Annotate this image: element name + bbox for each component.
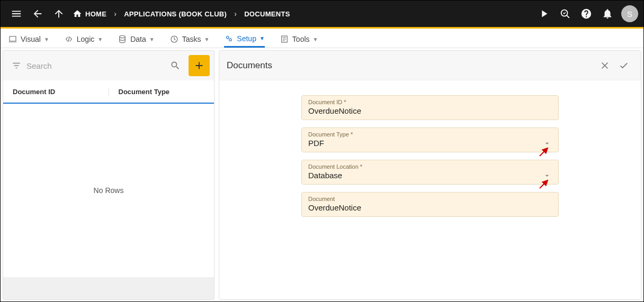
svg-point-3 bbox=[227, 36, 229, 39]
column-document-id[interactable]: Document ID bbox=[3, 88, 109, 96]
chevron-down-icon: ▼ bbox=[44, 36, 49, 42]
chevron-down-icon[interactable] bbox=[542, 139, 552, 148]
search-row bbox=[3, 51, 214, 80]
up-icon[interactable] bbox=[48, 3, 69, 24]
chevron-down-icon: ▼ bbox=[149, 36, 155, 42]
svg-line-7 bbox=[540, 180, 548, 188]
tab-visual-label: Visual bbox=[21, 35, 41, 43]
chevron-right-icon: › bbox=[110, 10, 121, 18]
column-document-type[interactable]: Document Type bbox=[109, 88, 214, 96]
chevron-down-icon: ▼ bbox=[313, 36, 318, 42]
breadcrumb-documents[interactable]: DOCUMENTS bbox=[241, 10, 293, 18]
left-panel: Document ID Document Type No Rows bbox=[3, 50, 214, 300]
field-label: Document Type * bbox=[308, 131, 552, 138]
tab-data-label: Data bbox=[130, 35, 146, 43]
field-value: Database bbox=[308, 171, 552, 180]
panel-title: Documents bbox=[227, 60, 272, 71]
breadcrumb-applications[interactable]: APPLICATIONS (BOOK CLUB) bbox=[121, 10, 230, 18]
tab-setup-label: Setup bbox=[237, 34, 256, 43]
confirm-icon[interactable] bbox=[614, 56, 633, 75]
breadcrumb-home-label: HOME bbox=[85, 10, 106, 18]
avatar[interactable]: S bbox=[621, 5, 638, 22]
chevron-down-icon: ▼ bbox=[204, 36, 209, 42]
tab-tools[interactable]: Tools ▼ bbox=[280, 29, 318, 48]
field-value: OverdueNotice bbox=[308, 203, 552, 212]
menu-icon[interactable] bbox=[6, 3, 27, 24]
main-area: Document ID Document Type No Rows Docume… bbox=[1, 48, 643, 302]
breadcrumb-home[interactable]: HOME bbox=[69, 9, 110, 19]
tab-strip: Visual ▼ Logic ▼ Data ▼ Tasks ▼ Setup ▼ … bbox=[1, 29, 643, 48]
document-table: Document ID Document Type No Rows bbox=[3, 80, 214, 299]
field-label: Document ID * bbox=[308, 99, 552, 105]
tab-tasks-label: Tasks bbox=[182, 35, 201, 43]
tab-visual[interactable]: Visual ▼ bbox=[8, 29, 49, 48]
chevron-down-icon[interactable] bbox=[542, 171, 552, 180]
field-document[interactable]: Document OverdueNotice bbox=[301, 192, 559, 217]
tab-data[interactable]: Data ▼ bbox=[118, 29, 154, 48]
panel-header: Documents bbox=[219, 51, 641, 80]
svg-point-4 bbox=[229, 39, 232, 41]
field-document-id[interactable]: Document ID * OverdueNotice bbox=[301, 95, 559, 120]
filter-icon[interactable] bbox=[11, 61, 22, 70]
add-button[interactable] bbox=[189, 55, 210, 76]
table-header: Document ID Document Type bbox=[3, 80, 214, 104]
chevron-right-icon: › bbox=[230, 10, 241, 18]
right-panel: Documents Document ID * OverdueNotice Do… bbox=[219, 50, 641, 300]
no-rows-label: No Rows bbox=[94, 186, 124, 195]
play-icon[interactable] bbox=[533, 3, 554, 24]
tab-tools-label: Tools bbox=[292, 35, 310, 43]
svg-point-1 bbox=[120, 35, 126, 38]
field-label: Document bbox=[308, 196, 552, 202]
svg-line-6 bbox=[540, 148, 548, 156]
search-global-icon[interactable] bbox=[554, 3, 576, 24]
form-area: Document ID * OverdueNotice Document Typ… bbox=[219, 80, 641, 217]
search-icon[interactable] bbox=[166, 57, 184, 75]
breadcrumb-page-label: DOCUMENTS bbox=[244, 10, 290, 18]
tab-logic[interactable]: Logic ▼ bbox=[64, 29, 103, 48]
breadcrumb: HOME › APPLICATIONS (BOOK CLUB) › DOCUME… bbox=[69, 9, 293, 19]
notifications-icon[interactable] bbox=[597, 3, 618, 24]
close-icon[interactable] bbox=[595, 56, 614, 75]
breadcrumb-app-label: APPLICATIONS (BOOK CLUB) bbox=[124, 10, 227, 18]
field-value: PDF bbox=[308, 139, 552, 148]
tab-setup[interactable]: Setup ▼ bbox=[224, 29, 265, 48]
field-document-location[interactable]: Document Location * Database bbox=[301, 160, 559, 185]
avatar-initial: S bbox=[627, 10, 632, 19]
tab-logic-label: Logic bbox=[77, 35, 94, 43]
table-body-empty: No Rows bbox=[3, 104, 214, 277]
field-value: OverdueNotice bbox=[308, 106, 552, 115]
chevron-down-icon: ▼ bbox=[97, 36, 103, 42]
back-icon[interactable] bbox=[27, 3, 48, 24]
chevron-down-icon: ▼ bbox=[260, 35, 265, 41]
top-app-bar: HOME › APPLICATIONS (BOOK CLUB) › DOCUME… bbox=[1, 1, 643, 27]
tab-tasks[interactable]: Tasks ▼ bbox=[169, 29, 210, 48]
search-input[interactable] bbox=[26, 61, 162, 70]
help-icon[interactable] bbox=[576, 3, 597, 24]
field-document-type[interactable]: Document Type * PDF bbox=[301, 127, 559, 152]
field-label: Document Location * bbox=[308, 163, 552, 170]
table-footer bbox=[3, 277, 214, 299]
